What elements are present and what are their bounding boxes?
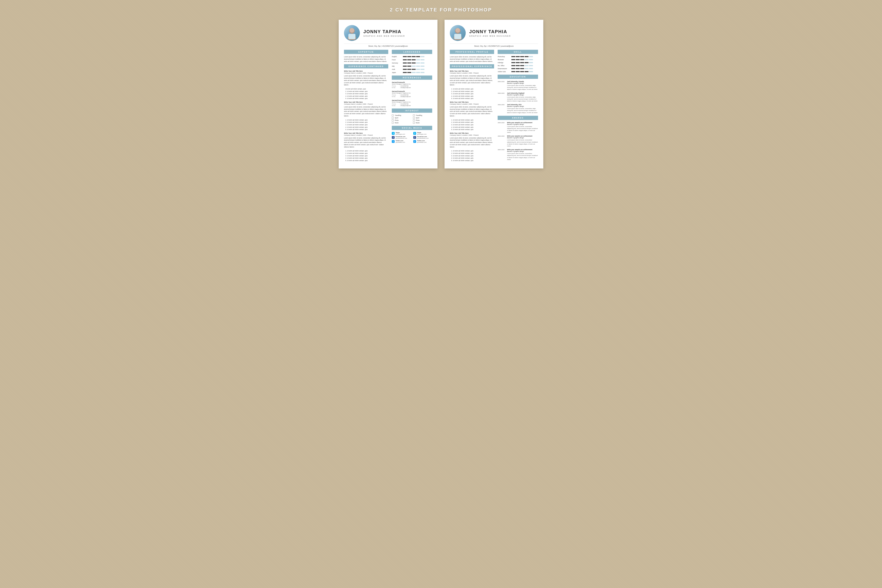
skill-indesign: Indesign (498, 62, 538, 63)
list-item: Ut enim ad minim veniam, quis (345, 88, 388, 90)
cv1-social-grid: S Skype yourskype.com f Facebook.com you… (392, 132, 432, 144)
bar (412, 72, 416, 73)
cv2-job2-text: Lorem ipsum dolor sit amet, consectetur … (450, 106, 494, 117)
cv1-job1-text: Lorem ipsum dolor sit amet, consectetur … (344, 75, 388, 86)
bar (407, 69, 411, 70)
ref-name: Gerrard Kamuchi (392, 81, 432, 83)
cv1-languages-list: English Frech (392, 56, 432, 74)
facebook-value: yourfacebook.com (396, 137, 407, 139)
bar (403, 69, 407, 70)
edu-item-1: 2000-2020 Juel University, Canada Bacelo… (498, 81, 538, 90)
bar (520, 62, 524, 63)
cv1-right-col: LANGUAGES English Frech (392, 50, 432, 163)
bar (412, 56, 416, 57)
award-title: Write your awards our achievement (507, 122, 538, 123)
skill-bars (512, 59, 533, 60)
bar (407, 56, 411, 57)
cv1-expertize-text: Lorem ipsum dolor sit amet, consectetur … (344, 56, 388, 63)
bar (512, 59, 515, 60)
social-skype-2: S Skype yourskype.com (413, 132, 432, 135)
list-item: 5. Ut enim ad minim veniam, quis (451, 159, 494, 162)
social-skype-info: Skype yourskype.com (396, 132, 405, 135)
social-facebook-info: Facebook.com yourfacebook.com (396, 136, 407, 139)
list-item: 5. Ut enim ad minim veniam, quis (345, 98, 388, 100)
interest-sport-2: Sport (413, 117, 432, 119)
ref-item-1: Gerrard Kamuchi Senior Designer Capital … (392, 81, 432, 88)
interest-label: Music (394, 122, 399, 124)
ref-name: Gerrard Kamuchi (392, 90, 432, 92)
award-item-1: 2000-2020 Write your awards our achievem… (498, 122, 538, 134)
bar (416, 66, 420, 67)
bar (529, 59, 533, 60)
ref-email: Email: emailyour@com (392, 87, 432, 88)
cv1-job1-title: Write Your Job Title Here (344, 70, 388, 72)
bar (403, 72, 407, 73)
cv2-left-col: PROFESIONAL PROFILE Lorem ipsum dolor si… (450, 50, 494, 163)
skill-name: Dreamweaver (498, 68, 510, 69)
bar (512, 65, 515, 66)
cv2-job3-text: Lorem ipsum dolor sit amet, consectetur … (450, 137, 494, 148)
bar (416, 72, 420, 73)
cv1-interest-grid: Travelling Travelling Sport Sport (392, 114, 432, 124)
twitter-value-2: yourtwitter.com (417, 141, 426, 143)
edu-uni: Juel University, USA (507, 104, 538, 105)
bar (529, 56, 533, 57)
edu-uni: Juel University, England (507, 92, 538, 94)
ref-phone: Phone: 0123456789 (392, 85, 432, 87)
bar (403, 66, 407, 67)
list-item: 3. Ut enim ad minim veniam, quis (451, 155, 494, 157)
svg-rect-3 (348, 34, 356, 39)
bar (520, 65, 524, 66)
edu-year: 2000-2020 (498, 81, 506, 90)
interest-photo-2: Photo (413, 119, 432, 121)
bar (516, 68, 520, 69)
skype-icon: S (392, 132, 394, 135)
cv1-job3-company: Company Name | Location | 2000 - Present (344, 134, 388, 136)
social-twitter-info-2: Twitter.com yourtwitter.com (417, 140, 426, 143)
bar (529, 62, 533, 63)
list-item: 5. Ut enim ad minim veniam, quis (345, 128, 388, 131)
bar (525, 62, 528, 63)
checkbox-icon (413, 119, 415, 121)
ref-item-2: Gerrard Kamuchi Senior Designer Capital … (392, 90, 432, 98)
list-item: 4. Ut enim ad minim veniam, quis (345, 95, 388, 98)
bar (525, 68, 528, 69)
list-item: 5. Ut enim ad minim veniam, quis (451, 98, 494, 100)
social-skype-info-2: Skype yourskype.com (417, 132, 426, 135)
bar (520, 56, 524, 57)
skill-bars (512, 56, 533, 57)
list-item: 2. Ut enim ad minim veniam, quis (451, 90, 494, 93)
bar (412, 59, 416, 60)
skill-illustrator: Illustrator (498, 59, 538, 60)
bar (403, 56, 407, 57)
lang-english: English (392, 56, 432, 57)
bar (512, 56, 515, 57)
award-item-3: 2000-2020 Write your awards our achievem… (498, 149, 538, 160)
facebook-value-2: yourfacebook.com (417, 137, 429, 139)
cv1-references-header: REFERENCES (392, 75, 432, 80)
facebook-label-2: Facebook.com (417, 136, 429, 137)
bar (412, 66, 416, 67)
list-item: 5. Ut enim ad minim veniam, quis (451, 128, 494, 131)
interest-music-2: Music (413, 122, 432, 124)
lang-arab: Arab (392, 69, 432, 70)
cv1-header-info: JONNY TAPHIA GRAPHIC AND WEB DESIGNER (363, 29, 432, 37)
award-info: Write your awards our achievement Bacelo… (507, 149, 538, 160)
social-twitter-info: Twitter.com yourtwitter.com (396, 140, 405, 143)
edu-degree: Bacelor in graphic design (507, 105, 538, 107)
lang-bars (403, 59, 424, 60)
cv1-expertize-header: EXPERTIZE (344, 50, 388, 54)
award-year: 2000-2020 (498, 122, 506, 134)
skill-photoshop: Photoshop (498, 56, 538, 57)
cv1-social-header: SOCIAL MEDIA (392, 126, 432, 130)
cv2-profile-header: PROFESIONAL PROFILE (450, 50, 494, 54)
award-subtitle: Bacelor in graphic design (507, 137, 538, 139)
cv2-right-col: SKILL Photoshop Illustrator (498, 50, 538, 163)
skill-name: Ms. Office (498, 65, 510, 66)
skill-name: Illustrator (498, 59, 510, 60)
social-col-1: S Skype yourskype.com f Facebook.com you… (392, 132, 411, 144)
twitter-icon: t (392, 140, 394, 143)
cv2-header-info: JONNY TAPHIA GRAPHIC AND WEB DESIGNER (469, 29, 538, 37)
bar (512, 71, 515, 72)
twitter-label: Twitter.com (396, 140, 405, 141)
